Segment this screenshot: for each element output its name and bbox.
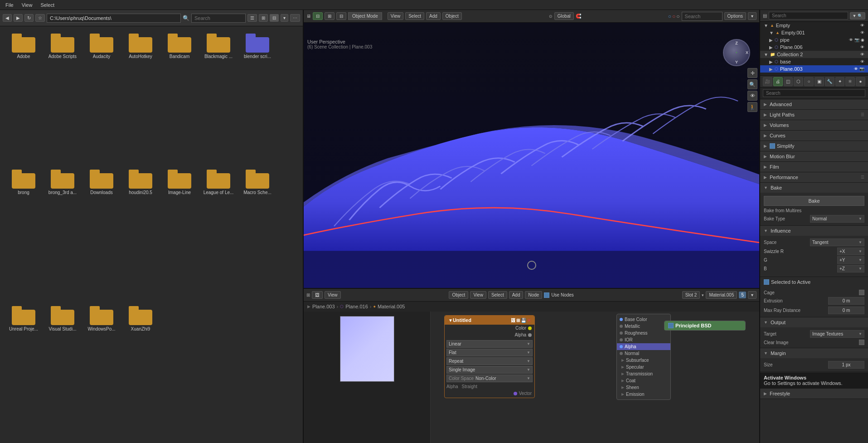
outliner-filter-btn[interactable]: ▼ 🔍 xyxy=(850,12,865,19)
viewport-btn3[interactable]: ⊟ xyxy=(336,12,346,20)
max-ray-value[interactable]: 0 m xyxy=(828,307,864,314)
vis-cam[interactable]: 📷 xyxy=(859,67,864,71)
list-item[interactable]: Unreal Proje... xyxy=(5,304,42,438)
path-input[interactable] xyxy=(47,14,181,23)
size-value[interactable]: 1 px xyxy=(828,361,864,369)
target-select[interactable]: Image Textures ▼ xyxy=(810,330,864,338)
list-item[interactable]: Bandicam xyxy=(161,32,198,165)
vector-in-socket[interactable] xyxy=(514,392,517,395)
view-grid-btn[interactable]: ⊞ xyxy=(259,14,268,22)
node-add-btn[interactable]: Add xyxy=(509,291,524,299)
selected-to-active-header[interactable]: Selected to Active xyxy=(760,277,868,287)
interpolation-dropdown[interactable]: Linear ▼ xyxy=(446,340,533,348)
node-node-btn[interactable]: Node xyxy=(525,291,542,299)
outliner-item-collection2[interactable]: ▼ 📁 Collection 2 👁 xyxy=(760,51,868,58)
extrusion-value[interactable]: 0 m xyxy=(828,297,864,305)
cursor-tool-btn[interactable]: ✛ xyxy=(747,68,757,78)
add-menu-btn[interactable]: Add xyxy=(426,12,441,20)
section-advanced-header[interactable]: ▶ Advanced xyxy=(760,99,868,109)
outliner-item-pipe[interactable]: ▶ ⬡ pipe 👁 📷 ◉ xyxy=(760,36,868,44)
outliner-item-empty[interactable]: ▼ ▲ Empty 👁 xyxy=(760,22,868,29)
section-performance-header[interactable]: ▶ Performance ☰ xyxy=(760,172,868,182)
selected-to-active-checkbox[interactable] xyxy=(764,279,769,285)
vis-eye[interactable]: 👁 xyxy=(860,59,864,64)
use-nodes-checkbox[interactable] xyxy=(544,292,549,298)
refresh-button[interactable]: ↻ xyxy=(24,14,34,22)
swizzle-g-select[interactable]: +Y ▼ xyxy=(837,256,864,264)
outliner-item-empty001[interactable]: ▼ ▲ Empty.001 👁 xyxy=(760,29,868,36)
menu-file[interactable]: File xyxy=(4,1,15,9)
physics-props-btn[interactable]: ⚛ xyxy=(845,77,855,86)
breadcrumb-material[interactable]: Material.005 xyxy=(378,304,405,309)
node-view-btn[interactable]: View xyxy=(325,291,341,299)
object-mode-btn[interactable]: Object Mode xyxy=(348,12,382,20)
simplify-checkbox[interactable] xyxy=(770,143,775,149)
outliner-search-input[interactable] xyxy=(769,12,848,19)
modifier-props-btn[interactable]: 🔧 xyxy=(825,77,834,86)
select-menu-btn[interactable]: Select xyxy=(405,12,424,20)
list-item[interactable]: Audacity xyxy=(83,32,120,165)
vis-eye[interactable]: 👁 xyxy=(854,67,858,71)
node-select-btn[interactable]: Select xyxy=(488,291,507,299)
list-item[interactable]: AutoHotkey xyxy=(122,32,159,165)
search-input[interactable] xyxy=(191,14,246,23)
outliner-item-plane006[interactable]: ▶ ⬡ Plane.006 👁 xyxy=(760,44,868,51)
outliner-item-base[interactable]: ▶ ⬡ base 👁 xyxy=(760,58,868,65)
global-transform-btn[interactable]: Global xyxy=(554,12,574,20)
node-object-btn[interactable]: Object xyxy=(449,291,468,299)
swizzle-b-select[interactable]: +Z ▼ xyxy=(837,265,864,273)
base-color-socket[interactable] xyxy=(620,318,623,321)
section-motion-blur-header[interactable]: ▶ Motion Blur xyxy=(760,151,868,161)
section-bake-header[interactable]: ▼ Bake xyxy=(760,183,868,193)
swizzle-r-select[interactable]: +X ▼ xyxy=(837,248,864,255)
section-simplify-header[interactable]: ▶ Simplify xyxy=(760,141,868,151)
world-props-btn[interactable]: ○ xyxy=(804,77,814,86)
list-item[interactable]: Macro Sche... xyxy=(239,168,276,301)
particle-props-btn[interactable]: ✦ xyxy=(835,77,845,86)
vis-render[interactable]: ◉ xyxy=(861,38,864,42)
list-item[interactable]: Downloads xyxy=(83,168,120,301)
bake-button[interactable]: Bake xyxy=(764,196,864,206)
material-props-btn[interactable]: ● xyxy=(856,77,865,86)
section-output-header[interactable]: ▼ Output xyxy=(760,317,868,327)
options-btn[interactable]: Options xyxy=(724,12,746,20)
alpha-socket[interactable] xyxy=(528,333,532,337)
person-tool-btn[interactable]: 🚶 xyxy=(747,102,757,112)
node-more-btn[interactable]: ▾ xyxy=(748,291,756,299)
view-menu-btn[interactable]: View xyxy=(388,12,404,20)
section-influence-header[interactable]: ▼ Influence xyxy=(760,226,868,236)
more-btn[interactable]: ⋯ xyxy=(290,14,300,22)
viewport-more-btn[interactable]: ▾ xyxy=(748,12,756,20)
list-item[interactable]: XuanZhi9 xyxy=(122,304,159,438)
material-btn[interactable]: Material.005 xyxy=(706,291,737,299)
ior-socket[interactable] xyxy=(620,338,623,341)
properties-search-input[interactable] xyxy=(763,89,865,97)
principled-bsdf-node[interactable]: Principled BSD xyxy=(664,321,746,331)
list-item[interactable]: League of Le... xyxy=(200,168,237,301)
viewport-mode-btn[interactable]: ⊟ xyxy=(313,12,323,20)
scene-props-btn[interactable]: ⬡ xyxy=(794,77,803,86)
output-props-btn[interactable]: 🖨 xyxy=(773,77,783,86)
section-volumes-header[interactable]: ▶ Volumes xyxy=(760,120,868,130)
list-item[interactable]: Visual Studi... xyxy=(44,304,81,438)
back-button[interactable]: ◀ xyxy=(3,14,12,22)
view-icons-btn[interactable]: ⊟ xyxy=(270,14,279,22)
extension-dropdown[interactable]: Repeat ▼ xyxy=(446,357,533,365)
list-item[interactable]: brong xyxy=(5,168,42,301)
img-tex-icon1[interactable]: 🖼 xyxy=(511,318,515,323)
cage-checkbox[interactable] xyxy=(859,290,864,295)
nav-sphere[interactable]: Z X Y · xyxy=(723,39,750,66)
vis-eye[interactable]: 👁 xyxy=(860,30,864,35)
section-film-header[interactable]: ▶ Film xyxy=(760,162,868,172)
vis-eye[interactable]: 👁 xyxy=(860,52,864,57)
color-space-dropdown[interactable]: Color Space Non-Color ▼ xyxy=(446,375,533,382)
metallic-socket[interactable] xyxy=(620,325,623,328)
normal-socket[interactable] xyxy=(620,352,623,355)
projection-dropdown[interactable]: Flat ▼ xyxy=(446,349,533,356)
filter-btn[interactable]: ▾ xyxy=(281,14,288,22)
vis-eye[interactable]: 👁 xyxy=(860,45,864,49)
list-item[interactable]: Adobe xyxy=(5,32,42,165)
img-tex-icon2[interactable]: ⊞ xyxy=(516,318,520,323)
menu-select[interactable]: Select xyxy=(39,1,56,9)
vis-eye[interactable]: 👁 xyxy=(860,23,864,28)
